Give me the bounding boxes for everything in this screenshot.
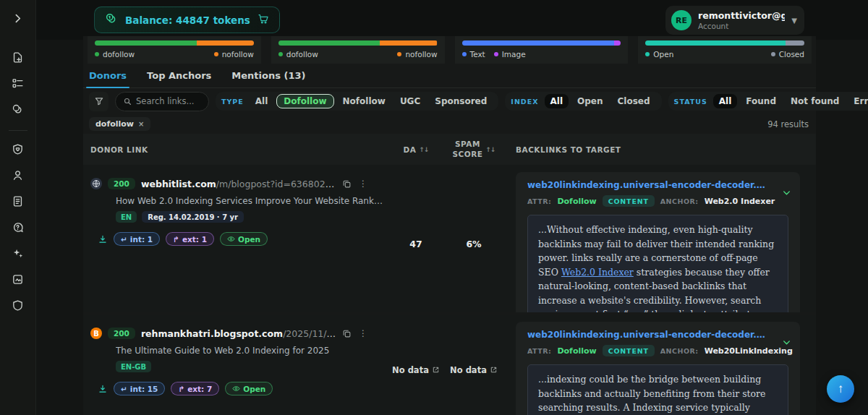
index-open-pill[interactable]: Open: [220, 232, 268, 246]
coins-icon[interactable]: [7, 98, 29, 120]
filter-group-label: STATUS: [674, 98, 707, 106]
sort-da-icon[interactable]: ↑↓: [419, 146, 428, 153]
da-value: 47: [391, 165, 441, 312]
sort-spam-icon[interactable]: ↑↓: [485, 146, 495, 153]
anchor-label: ANCHOR:: [660, 347, 699, 355]
bar-segment: [645, 40, 785, 46]
bar-segment: [380, 40, 437, 46]
shield-heart-icon[interactable]: [7, 138, 29, 160]
image-icon[interactable]: [7, 268, 29, 290]
spam-value: 6%: [441, 165, 506, 312]
file-plus-icon[interactable]: [7, 46, 29, 68]
status-option-error[interactable]: Error: [848, 94, 868, 108]
copy-icon[interactable]: [342, 329, 352, 338]
search-input[interactable]: [136, 96, 201, 106]
backlink-context-quote: ...indexing could be the bridge between …: [527, 364, 788, 415]
status-option-not-found[interactable]: Not found: [785, 94, 845, 108]
stats-row: dofollow nofollow dofollow nofollow Text…: [83, 36, 816, 64]
backlink-url[interactable]: web20linkindexing.universal-encoder-deco…: [527, 180, 788, 190]
table-row: 200 webhitlist.com/m/blogpost?id=6368021…: [83, 165, 816, 312]
shield-icon[interactable]: [7, 294, 29, 316]
stat-card-attribute-2: dofollow nofollow: [271, 36, 445, 64]
sparkles-icon[interactable]: [7, 242, 29, 264]
checklist-icon[interactable]: [7, 72, 29, 94]
spam-no-data[interactable]: No data: [450, 365, 498, 375]
results-count: 94 results: [767, 119, 809, 129]
expand-chevron-icon[interactable]: [7, 7, 29, 29]
scroll-to-top-button[interactable]: ↑: [827, 375, 854, 403]
donor-url[interactable]: webhitlist.com/m/blogpost?id=6368021%3AB…: [141, 179, 336, 189]
status-option-all[interactable]: All: [713, 94, 738, 108]
filter-group-label: INDEX: [511, 98, 538, 106]
chevron-down-icon[interactable]: [782, 187, 791, 200]
bar-segment: [95, 40, 197, 46]
da-no-data[interactable]: No data: [392, 365, 440, 375]
backlink-url[interactable]: web20linkindexing.universal-encoder-deco…: [527, 330, 788, 340]
anchor-value: Web20LinkIndexing: [705, 346, 793, 356]
donor-url[interactable]: rehmankhatri.blogspot.com/2025/11/the-ul…: [141, 328, 336, 339]
avatar: RE: [671, 10, 692, 30]
type-option-nofollow[interactable]: Nofollow: [337, 94, 391, 108]
tab-mentions[interactable]: Mentions (13): [231, 64, 305, 87]
download-icon[interactable]: [98, 384, 108, 394]
legend-dofollow: dofollow: [278, 50, 318, 59]
content-badge: CONTENT: [603, 345, 655, 356]
return-arrow-icon: ↵: [121, 385, 127, 393]
table-row: B 200 rehmankhatri.blogspot.com/2025/11/…: [83, 315, 816, 415]
bar-segment: [786, 40, 804, 46]
filter-group-label: TYPE: [221, 98, 244, 106]
backlink-context-quote: ...Without effective indexing, even high…: [527, 215, 788, 312]
user-icon[interactable]: [7, 164, 29, 186]
topbar: Balance: 44847 tokens RE remonttivictor@…: [36, 0, 868, 40]
cart-icon[interactable]: [258, 13, 269, 27]
eye-icon: [232, 385, 240, 393]
stat-card-attribute-1: dofollow nofollow: [88, 36, 261, 64]
internal-links-pill[interactable]: ↵int: 15: [114, 382, 165, 395]
donor-cell: 200 webhitlist.com/m/blogpost?id=6368021…: [83, 165, 391, 312]
chevron-down-icon[interactable]: [782, 336, 791, 350]
external-link-icon: [432, 366, 440, 374]
tab-donors[interactable]: Donors: [89, 64, 127, 87]
status-option-found[interactable]: Found: [740, 94, 782, 108]
balance-button[interactable]: Balance: 44847 tokens: [94, 7, 280, 33]
row-menu-icon[interactable]: ⋮: [357, 179, 369, 189]
row-menu-icon[interactable]: ⋮: [357, 328, 369, 338]
copy-icon[interactable]: [342, 179, 352, 189]
type-option-sponsored[interactable]: Sponsored: [429, 94, 493, 108]
document-icon[interactable]: [7, 190, 29, 212]
external-links-pill[interactable]: ↱ext: 7: [171, 382, 219, 395]
account-email: remonttivictor@gmai...: [698, 10, 785, 21]
language-badge: EN-GB: [116, 361, 151, 372]
download-icon[interactable]: [98, 234, 108, 244]
tab-top-anchors[interactable]: Top Anchors: [147, 64, 211, 87]
legend-closed: Closed: [771, 50, 804, 59]
sidebar-divider: [9, 130, 27, 131]
blogger-favicon: B: [90, 328, 102, 339]
backlink-cell: web20linkindexing.universal-encoder-deco…: [506, 315, 816, 415]
status-badge: 200: [108, 328, 135, 339]
filter-group-status: STATUS All Found Not found Error: [668, 92, 868, 111]
index-open-pill[interactable]: Open: [225, 382, 273, 395]
help-chat-icon[interactable]: [7, 216, 29, 238]
search-icon: [123, 97, 132, 106]
search-input-wrap: [115, 92, 209, 111]
external-links-pill[interactable]: ↱ext: 1: [166, 232, 214, 246]
close-icon[interactable]: ×: [138, 120, 144, 128]
filter-bar: TYPE All Dofollow Nofollow UGC Sponsored…: [83, 88, 816, 114]
main-panel: dofollow nofollow dofollow nofollow Text…: [83, 36, 816, 415]
type-option-ugc[interactable]: UGC: [394, 94, 426, 108]
active-filter-chip[interactable]: dofollow ×: [89, 117, 150, 131]
internal-links-pill[interactable]: ↵int: 1: [114, 232, 160, 246]
page-title: The Ultimate Guide to Web 2.0 Indexing f…: [116, 346, 383, 356]
backlink-card: web20linkindexing.universal-encoder-deco…: [516, 322, 800, 415]
index-option-closed[interactable]: Closed: [612, 94, 656, 108]
account-menu[interactable]: RE remonttivictor@gmai... Account ▼: [665, 6, 804, 35]
backlink-cell: web20linkindexing.universal-encoder-deco…: [506, 165, 816, 312]
index-option-all[interactable]: All: [545, 94, 569, 108]
funnel-icon[interactable]: [89, 92, 109, 111]
type-option-dofollow[interactable]: Dofollow: [276, 94, 333, 108]
index-option-open[interactable]: Open: [571, 94, 608, 108]
anchor-link[interactable]: Web2.0 Indexer: [561, 267, 634, 278]
attr-label: ATTR:: [527, 197, 551, 205]
type-option-all[interactable]: All: [250, 94, 274, 108]
